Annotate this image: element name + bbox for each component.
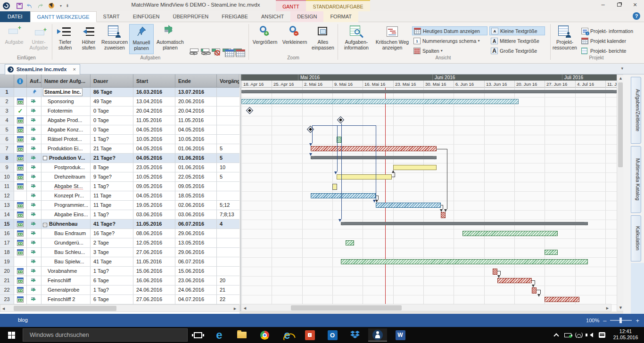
- end-date-cell[interactable]: 03.06.2016: [175, 210, 217, 220]
- task-name-cell[interactable]: Abgabe St...: [41, 182, 91, 191]
- task-name-cell[interactable]: Feinschliff 2: [41, 295, 91, 304]
- task-bar[interactable]: [545, 250, 558, 255]
- end-date-cell[interactable]: 06.07.2016: [175, 257, 217, 267]
- table-header-7[interactable]: Vorgäng...: [217, 74, 239, 88]
- predecessor-cell[interactable]: [217, 97, 239, 106]
- task-bar[interactable]: [332, 184, 337, 190]
- row-schedule-cell[interactable]: [27, 276, 41, 286]
- row-schedule-cell[interactable]: [27, 106, 41, 116]
- task-bar[interactable]: [493, 269, 497, 275]
- task-name-cell[interactable]: −Bühnenbau: [41, 220, 91, 229]
- end-date-cell[interactable]: 13.05.2016: [175, 238, 217, 248]
- task-name-cell[interactable]: Sponsoring: [41, 97, 91, 106]
- task-bar[interactable]: [337, 174, 392, 180]
- duration-cell[interactable]: 11 Tage: [91, 201, 133, 210]
- zoom-slider-thumb[interactable]: [619, 318, 622, 323]
- start-date-cell[interactable]: 11.05.2016: [133, 257, 175, 267]
- end-date-cell[interactable]: 10.05.2016: [175, 135, 217, 144]
- predecessor-cell[interactable]: 4: [217, 220, 239, 229]
- task-name-cell[interactable]: Rätsel Protot...: [41, 135, 91, 144]
- duration-cell[interactable]: 1 Tag?: [91, 135, 133, 144]
- table-header-6[interactable]: Ende: [175, 74, 217, 88]
- start-date-cell[interactable]: 11.05.2016: [133, 220, 175, 229]
- dock-tab-multimedia[interactable]: Multimedia Katalog: [631, 146, 641, 213]
- row-schedule-cell[interactable]: [27, 116, 41, 125]
- predecessor-cell[interactable]: [217, 257, 239, 267]
- task-name-cell[interactable]: Bau Spielw...: [41, 257, 91, 267]
- wifi-indicator[interactable]: [573, 327, 585, 343]
- task-bar[interactable]: [341, 259, 588, 264]
- projekt-ressourcen-button[interactable]: Projekt-ressourcen: [552, 24, 578, 54]
- row-schedule-cell[interactable]: [27, 88, 41, 97]
- task-bar[interactable]: [311, 193, 376, 198]
- task-name-cell[interactable]: Programmier...: [41, 201, 91, 210]
- ribbon-tab-einfügen[interactable]: EINFÜGEN: [126, 11, 166, 22]
- row-info-cell[interactable]: [14, 201, 27, 210]
- predecessor-cell[interactable]: 7;8;13: [217, 210, 239, 220]
- end-date-cell[interactable]: 24.06.2016: [175, 286, 217, 295]
- row-schedule-cell[interactable]: [27, 154, 41, 163]
- table-header-0[interactable]: [0, 74, 14, 88]
- duration-cell[interactable]: 6 Tage: [91, 295, 133, 304]
- task-bar[interactable]: [376, 203, 441, 208]
- proj-berichte-button[interactable]: Projekt- berichte: [580, 46, 640, 55]
- predecessor-cell[interactable]: [217, 116, 239, 125]
- row-info-cell[interactable]: [14, 267, 27, 276]
- end-date-cell[interactable]: 11.05.2016: [175, 116, 217, 125]
- ribbon-tab-freigabe[interactable]: FREIGABE: [215, 11, 255, 22]
- expand-collapse-icon[interactable]: [43, 156, 47, 160]
- dock-tab-aufgaben[interactable]: Aufgaben/Zeitleiste: [631, 77, 641, 144]
- restore-button[interactable]: [611, 0, 627, 10]
- duration-cell[interactable]: 0 Tage: [91, 125, 133, 135]
- end-date-cell[interactable]: 20.04.2016: [175, 106, 217, 116]
- start-date-cell[interactable]: 08.06.2016: [133, 229, 175, 238]
- row-info-cell[interactable]: [14, 248, 27, 257]
- duration-cell[interactable]: 16 Tage?: [91, 229, 133, 238]
- tiefer-stufen-button[interactable]: Tiefer stufen: [54, 24, 76, 54]
- predecessor-cell[interactable]: 20: [217, 276, 239, 286]
- volume-indicator[interactable]: [585, 327, 596, 343]
- app-tile-button[interactable]: [300, 328, 319, 342]
- start-date-cell[interactable]: 04.05.2016: [133, 154, 175, 163]
- dock-tab-kalkulation[interactable]: Kalkulation: [631, 215, 641, 261]
- duration-cell[interactable]: 21 Tage?: [91, 154, 133, 163]
- start-date-cell[interactable]: 10.05.2016: [133, 135, 175, 144]
- predecessor-cell[interactable]: [217, 191, 239, 201]
- task-name-cell[interactable]: Abgabe Konz...: [41, 125, 91, 135]
- grosse-textgroesse-button[interactable]: A Große Textgröße: [489, 46, 547, 55]
- start-date-cell[interactable]: 09.05.2016: [133, 182, 175, 191]
- start-date-cell[interactable]: 24.06.2016: [133, 286, 175, 295]
- predecessor-cell[interactable]: 10: [217, 163, 239, 172]
- row-info-cell[interactable]: [14, 229, 27, 238]
- row-info-cell[interactable]: [14, 191, 27, 201]
- duration-cell[interactable]: 49 Tage: [91, 97, 133, 106]
- predecessor-cell[interactable]: 22: [217, 295, 239, 304]
- row-schedule-cell[interactable]: [27, 267, 41, 276]
- explorer-button[interactable]: [232, 328, 251, 342]
- duration-cell[interactable]: 1 Tag?: [91, 182, 133, 191]
- table-h-scrollbar[interactable]: ◄ ►: [0, 304, 239, 312]
- end-date-cell[interactable]: 18.05.2016: [175, 191, 217, 201]
- start-date-cell[interactable]: 03.06.2016: [133, 210, 175, 220]
- save-icon[interactable]: [15, 1, 24, 10]
- summary-bar[interactable]: [341, 222, 588, 225]
- predecessor-cell[interactable]: [217, 106, 239, 116]
- tray-expand-button[interactable]: [551, 327, 562, 343]
- task-bar[interactable]: [545, 297, 579, 302]
- task-name-cell[interactable]: Bau Endraum: [41, 229, 91, 238]
- ressourcen-zuweisen-button[interactable]: Ressourcen zuweisen: [101, 24, 128, 54]
- end-date-cell[interactable]: 13.07.2016: [175, 88, 217, 97]
- hoeher-stufen-button[interactable]: Höher stufen: [77, 24, 100, 54]
- table-header-5[interactable]: Start: [133, 74, 175, 88]
- ribbon-tab-design[interactable]: DESIGN: [290, 11, 323, 22]
- predecessor-cell[interactable]: 21: [217, 286, 239, 295]
- end-date-cell[interactable]: 29.06.2016: [175, 229, 217, 238]
- ribbon-tab-ansicht[interactable]: ANSICHT: [255, 11, 290, 22]
- predecessor-cell[interactable]: [217, 182, 239, 191]
- zoom-slider[interactable]: [610, 320, 632, 321]
- duration-cell[interactable]: 86 Tage: [91, 88, 133, 97]
- dropbox-button[interactable]: [346, 328, 364, 342]
- table-header-4[interactable]: Dauer: [91, 74, 133, 88]
- predecessor-cell[interactable]: 5: [217, 172, 239, 182]
- row-info-cell[interactable]: [14, 295, 27, 304]
